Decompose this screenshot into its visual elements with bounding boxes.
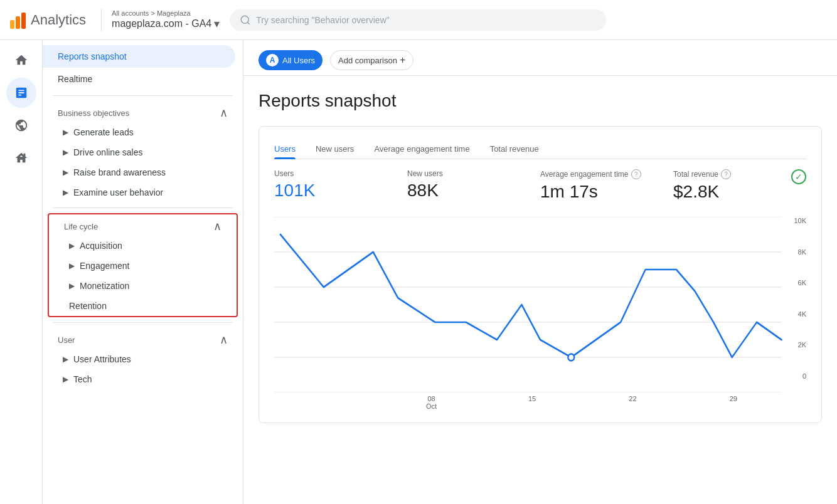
svg-point-0 — [241, 16, 248, 23]
metric-new-users: New users 88K — [407, 169, 540, 201]
arrow-icon: ▶ — [63, 355, 68, 364]
y-axis-labels: 10K 8K 6K 4K 2K 0 — [784, 217, 806, 380]
sidebar-item-monetization[interactable]: ▶ Monetization — [49, 276, 237, 296]
advertising-icon — [14, 151, 28, 165]
sidebar-item-engagement[interactable]: ▶ Engagement — [49, 256, 237, 276]
home-icon — [14, 53, 28, 67]
metric-users-value: 101K — [274, 181, 407, 201]
reports-icon — [14, 86, 28, 100]
lifecycle-section-box: Life cycle ∧ ▶ Acquisition ▶ Engagement … — [48, 213, 238, 317]
search-placeholder: Try searching "Behavior overview" — [256, 15, 390, 25]
metric-total-revenue-label: Total revenue ? — [673, 169, 731, 179]
search-icon — [240, 14, 251, 26]
metric-avg-engagement: Average engagement time ? 1m 17s — [540, 169, 673, 202]
logo-bar-1 — [10, 20, 14, 29]
metric-avg-engagement-value: 1m 17s — [540, 182, 673, 202]
life-cycle-chevron-icon: ∧ — [213, 219, 221, 233]
sidebar-divider-3 — [53, 322, 233, 323]
add-comparison-button[interactable]: Add comparison + — [330, 50, 413, 70]
nav-icons — [0, 40, 43, 504]
avg-engagement-help-icon[interactable]: ? — [631, 169, 641, 179]
all-users-avatar: A — [266, 54, 279, 66]
explore-icon — [14, 118, 28, 132]
metrics-card: Users New users Average engagement time … — [259, 126, 822, 423]
chart-min-point — [568, 354, 574, 361]
arrow-icon: ▶ — [63, 188, 68, 197]
topbar: Analytics All accounts > Mageplaza magep… — [0, 0, 837, 40]
app-title: Analytics — [31, 12, 86, 28]
logo-bar-3 — [21, 13, 26, 29]
sidebar-item-retention[interactable]: Retention — [49, 296, 237, 316]
logo: Analytics — [10, 11, 86, 29]
sidebar-item-examine-user-behavior[interactable]: ▶ Examine user behavior — [43, 182, 243, 202]
arrow-icon: ▶ — [69, 241, 75, 250]
plus-icon: + — [400, 55, 405, 66]
total-revenue-help-icon[interactable]: ? — [721, 169, 731, 179]
arrow-icon: ▶ — [69, 261, 75, 270]
metric-total-revenue-value: $2.8K — [673, 182, 731, 202]
sidebar: Reports snapshot Realtime Business objec… — [43, 40, 243, 504]
sidebar-item-user-attributes[interactable]: ▶ User Attributes — [43, 349, 243, 369]
main-layout: Reports snapshot Realtime Business objec… — [0, 40, 837, 504]
metric-new-users-value: 88K — [407, 181, 540, 201]
sidebar-item-raise-brand-awareness[interactable]: ▶ Raise brand awareness — [43, 162, 243, 182]
account-chevron-icon: ▾ — [214, 17, 220, 31]
sidebar-section-business-objectives[interactable]: Business objectives ∧ — [43, 101, 243, 122]
sidebar-item-tech[interactable]: ▶ Tech — [43, 369, 243, 389]
search-bar[interactable]: Try searching "Behavior overview" — [230, 9, 606, 31]
account-section[interactable]: All accounts > Mageplaza mageplaza.com -… — [112, 9, 220, 31]
sidebar-section-user[interactable]: User ∧ — [43, 328, 243, 349]
metrics-tabs: Users New users Average engagement time … — [274, 139, 806, 159]
account-name[interactable]: mageplaza.com - GA4 ▾ — [112, 17, 220, 31]
arrow-icon: ▶ — [63, 128, 68, 137]
sidebar-realtime[interactable]: Realtime — [43, 68, 235, 90]
account-breadcrumb: All accounts > Mageplaza — [112, 9, 220, 17]
metrics-row: Users 101K New users 88K Average engagem… — [274, 169, 806, 202]
content-header: A All Users Add comparison + — [243, 40, 837, 76]
business-objectives-chevron-icon: ∧ — [220, 106, 228, 120]
main-content: A All Users Add comparison + Reports sna… — [243, 40, 837, 504]
arrow-icon: ▶ — [63, 168, 68, 177]
page-title: Reports snapshot — [259, 91, 822, 111]
line-chart — [274, 217, 806, 392]
user-chevron-icon: ∧ — [220, 333, 228, 347]
arrow-icon: ▶ — [63, 375, 68, 384]
metric-users-label: Users — [274, 169, 407, 178]
arrow-icon: ▶ — [63, 148, 68, 157]
svg-line-1 — [248, 22, 250, 24]
tab-users[interactable]: Users — [274, 139, 296, 159]
logo-bars — [10, 11, 26, 29]
all-users-chip[interactable]: A All Users — [259, 50, 323, 70]
sidebar-reports-snapshot[interactable]: Reports snapshot — [43, 45, 235, 68]
revenue-check-icon: ✓ — [791, 169, 806, 184]
all-users-label: All Users — [282, 56, 315, 65]
sidebar-item-drive-online-sales[interactable]: ▶ Drive online sales — [43, 142, 243, 162]
content-body: Reports snapshot Users New users Average… — [243, 76, 837, 438]
metric-new-users-label: New users — [407, 169, 540, 178]
metric-users: Users 101K — [274, 169, 407, 201]
arrow-icon: ▶ — [69, 281, 75, 290]
nav-reports-button[interactable] — [6, 78, 36, 108]
sidebar-divider-2 — [53, 207, 233, 208]
x-axis-labels: 08Oct 15 22 29 — [274, 392, 806, 410]
chart-container: 10K 8K 6K 4K 2K 0 — [274, 217, 806, 392]
sidebar-item-acquisition[interactable]: ▶ Acquisition — [49, 236, 237, 256]
logo-bar-2 — [16, 16, 20, 29]
metric-total-revenue: Total revenue ? $2.8K ✓ — [673, 169, 806, 202]
tab-new-users[interactable]: New users — [316, 139, 354, 159]
sidebar-section-life-cycle[interactable]: Life cycle ∧ — [49, 214, 237, 236]
nav-advertising-button[interactable] — [6, 143, 36, 173]
nav-explore-button[interactable] — [6, 110, 36, 140]
topbar-divider — [101, 9, 102, 31]
nav-home-button[interactable] — [6, 45, 36, 75]
sidebar-item-generate-leads[interactable]: ▶ Generate leads — [43, 122, 243, 142]
tab-total-revenue[interactable]: Total revenue — [490, 139, 539, 159]
tab-avg-engagement[interactable]: Average engagement time — [374, 139, 469, 159]
sidebar-divider-1 — [53, 95, 233, 96]
metric-avg-engagement-label: Average engagement time ? — [540, 169, 673, 179]
